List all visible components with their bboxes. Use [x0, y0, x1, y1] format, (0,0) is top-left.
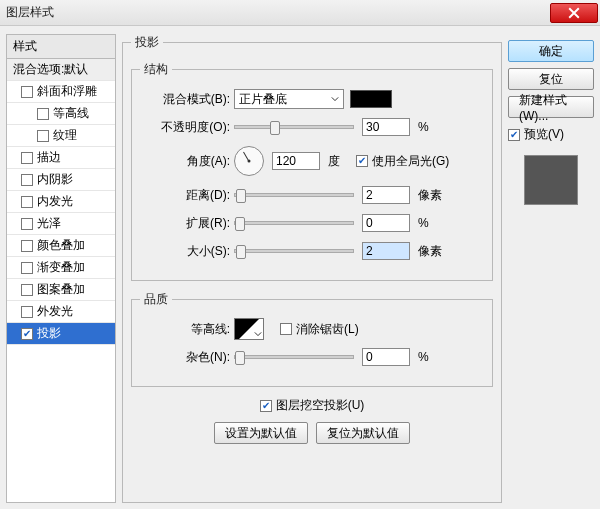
checkbox[interactable]: [21, 328, 33, 340]
close-button[interactable]: [550, 3, 598, 23]
styles-header: 样式: [6, 34, 116, 58]
angle-label: 角度(A):: [140, 153, 230, 170]
quality-fieldset: 品质 等高线: 消除锯齿(L) 杂色(N):: [131, 291, 493, 387]
noise-input[interactable]: 0: [362, 348, 410, 366]
opacity-unit: %: [418, 120, 448, 134]
style-item-texture[interactable]: 纹理: [7, 125, 115, 147]
checkbox[interactable]: [21, 262, 33, 274]
checkbox[interactable]: [21, 218, 33, 230]
styles-list: 混合选项:默认 斜面和浮雕 等高线 纹理 描边 内阴影 内发光 光泽 颜色叠加 …: [6, 58, 116, 503]
size-input[interactable]: 2: [362, 242, 410, 260]
blendmode-select[interactable]: 正片叠底: [234, 89, 344, 109]
angle-dial[interactable]: [234, 146, 264, 176]
style-item-satin[interactable]: 光泽: [7, 213, 115, 235]
checkbox[interactable]: [37, 108, 49, 120]
opacity-slider[interactable]: [234, 125, 354, 129]
new-style-button[interactable]: 新建样式(W)...: [508, 96, 594, 118]
checkbox[interactable]: [21, 240, 33, 252]
size-slider[interactable]: [234, 249, 354, 253]
blendmode-label: 混合模式(B):: [140, 91, 230, 108]
style-item-dropshadow[interactable]: 投影: [7, 323, 115, 345]
knockout-checkbox[interactable]: [260, 400, 272, 412]
contour-label: 等高线:: [140, 321, 230, 338]
noise-unit: %: [418, 350, 448, 364]
style-item-contour[interactable]: 等高线: [7, 103, 115, 125]
style-item-patternoverlay[interactable]: 图案叠加: [7, 279, 115, 301]
window-title: 图层样式: [0, 4, 54, 21]
antialias-checkbox[interactable]: [280, 323, 292, 335]
opacity-input[interactable]: 30: [362, 118, 410, 136]
ok-button[interactable]: 确定: [508, 40, 594, 62]
checkbox[interactable]: [21, 152, 33, 164]
checkbox[interactable]: [37, 130, 49, 142]
quality-legend: 品质: [140, 291, 172, 308]
blend-options-row[interactable]: 混合选项:默认: [7, 59, 115, 81]
opacity-label: 不透明度(O):: [140, 119, 230, 136]
size-label: 大小(S):: [140, 243, 230, 260]
dropshadow-fieldset: 投影 结构 混合模式(B): 正片叠底: [122, 34, 502, 503]
styles-panel: 样式 混合选项:默认 斜面和浮雕 等高线 纹理 描边 内阴影 内发光 光泽 颜色…: [6, 34, 116, 503]
style-item-innerglow[interactable]: 内发光: [7, 191, 115, 213]
noise-label: 杂色(N):: [140, 349, 230, 366]
chevron-down-icon: [254, 330, 262, 338]
distance-unit: 像素: [418, 187, 448, 204]
make-default-button[interactable]: 设置为默认值: [214, 422, 308, 444]
style-item-innershadow[interactable]: 内阴影: [7, 169, 115, 191]
preview-checkbox[interactable]: [508, 129, 520, 141]
knockout-label: 图层挖空投影(U): [276, 397, 365, 414]
preview-swatch: [524, 155, 578, 205]
spread-slider[interactable]: [234, 221, 354, 225]
spread-input[interactable]: 0: [362, 214, 410, 232]
chevron-down-icon: [331, 95, 339, 103]
size-unit: 像素: [418, 243, 448, 260]
contour-picker[interactable]: [234, 318, 264, 340]
layer-style-dialog: 图层样式 样式 混合选项:默认 斜面和浮雕 等高线 纹理 描边 内阴影 内发光 …: [0, 0, 600, 509]
cancel-button[interactable]: 复位: [508, 68, 594, 90]
style-item-stroke[interactable]: 描边: [7, 147, 115, 169]
checkbox[interactable]: [21, 196, 33, 208]
shadow-color-swatch[interactable]: [350, 90, 392, 108]
style-item-coloroverlay[interactable]: 颜色叠加: [7, 235, 115, 257]
spread-unit: %: [418, 216, 448, 230]
spread-label: 扩展(R):: [140, 215, 230, 232]
actions-panel: 确定 复位 新建样式(W)... 预览(V): [508, 34, 594, 503]
noise-slider[interactable]: [234, 355, 354, 359]
distance-input[interactable]: 2: [362, 186, 410, 204]
global-light-checkbox[interactable]: [356, 155, 368, 167]
style-item-gradientoverlay[interactable]: 渐变叠加: [7, 257, 115, 279]
angle-unit: 度: [328, 153, 346, 170]
checkbox[interactable]: [21, 284, 33, 296]
checkbox[interactable]: [21, 86, 33, 98]
dropshadow-legend: 投影: [131, 34, 163, 51]
titlebar: 图层样式: [0, 0, 600, 26]
structure-fieldset: 结构 混合模式(B): 正片叠底 不透明度(O):: [131, 61, 493, 281]
global-light-label: 使用全局光(G): [372, 153, 449, 170]
style-item-bevel[interactable]: 斜面和浮雕: [7, 81, 115, 103]
structure-legend: 结构: [140, 61, 172, 78]
preview-label: 预览(V): [524, 126, 564, 143]
settings-panel: 投影 结构 混合模式(B): 正片叠底: [122, 34, 502, 503]
style-item-outerglow[interactable]: 外发光: [7, 301, 115, 323]
distance-label: 距离(D):: [140, 187, 230, 204]
close-icon: [568, 7, 580, 19]
antialias-label: 消除锯齿(L): [296, 321, 359, 338]
reset-default-button[interactable]: 复位为默认值: [316, 422, 410, 444]
checkbox[interactable]: [21, 306, 33, 318]
checkbox[interactable]: [21, 174, 33, 186]
angle-input[interactable]: 120: [272, 152, 320, 170]
distance-slider[interactable]: [234, 193, 354, 197]
